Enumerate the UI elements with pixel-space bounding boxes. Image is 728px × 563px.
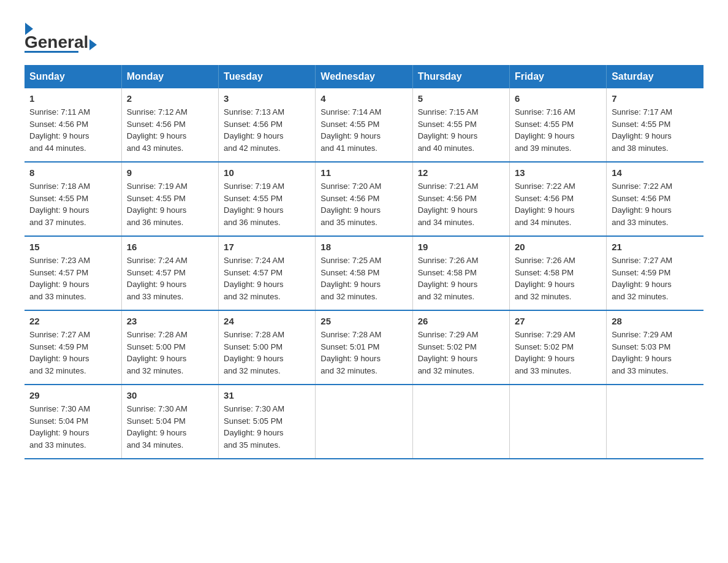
header-wednesday: Wednesday (316, 65, 412, 88)
day-info: Sunrise: 7:24 AMSunset: 4:57 PMDaylight:… (224, 255, 310, 302)
day-info: Sunrise: 7:28 AMSunset: 5:01 PMDaylight:… (320, 329, 407, 377)
day-info: Sunrise: 7:19 AMSunset: 4:55 PMDaylight:… (127, 180, 213, 228)
calendar-cell: 13 Sunrise: 7:22 AMSunset: 4:56 PMDaylig… (509, 162, 606, 236)
day-info: Sunrise: 7:22 AMSunset: 4:56 PMDaylight:… (515, 180, 601, 228)
calendar-cell: 31 Sunrise: 7:30 AMSunset: 5:05 PMDaylig… (219, 385, 316, 459)
day-number: 19 (418, 242, 504, 252)
day-number: 11 (320, 167, 407, 178)
calendar-cell: 5 Sunrise: 7:15 AMSunset: 4:55 PMDayligh… (412, 88, 509, 162)
calendar-cell: 12 Sunrise: 7:21 AMSunset: 4:56 PMDaylig… (412, 162, 509, 236)
day-number: 26 (418, 316, 504, 326)
header-thursday: Thursday (412, 65, 509, 88)
calendar-cell: 29 Sunrise: 7:30 AMSunset: 5:04 PMDaylig… (25, 385, 121, 459)
calendar-table: SundayMondayTuesdayWednesdayThursdayFrid… (25, 65, 703, 459)
calendar-cell: 25 Sunrise: 7:28 AMSunset: 5:01 PMDaylig… (316, 310, 412, 385)
day-info: Sunrise: 7:29 AMSunset: 5:02 PMDaylight:… (418, 329, 504, 377)
day-number: 31 (224, 390, 310, 400)
day-info: Sunrise: 7:30 AMSunset: 5:04 PMDaylight:… (127, 403, 213, 451)
day-info: Sunrise: 7:16 AMSunset: 4:55 PMDaylight:… (515, 106, 601, 154)
day-number: 6 (515, 93, 601, 104)
header-saturday: Saturday (607, 65, 703, 88)
calendar-cell: 21 Sunrise: 7:27 AMSunset: 4:59 PMDaylig… (607, 236, 703, 310)
calendar-cell: 24 Sunrise: 7:28 AMSunset: 5:00 PMDaylig… (219, 310, 316, 385)
day-info: Sunrise: 7:27 AMSunset: 4:59 PMDaylight:… (29, 329, 116, 377)
day-info: Sunrise: 7:13 AMSunset: 4:56 PMDaylight:… (224, 106, 310, 154)
calendar-cell: 7 Sunrise: 7:17 AMSunset: 4:55 PMDayligh… (607, 88, 703, 162)
calendar-cell: 17 Sunrise: 7:24 AMSunset: 4:57 PMDaylig… (219, 236, 316, 310)
day-number: 27 (515, 316, 601, 326)
day-info: Sunrise: 7:27 AMSunset: 4:59 PMDaylight:… (612, 255, 699, 302)
calendar-week-row: 22 Sunrise: 7:27 AMSunset: 4:59 PMDaylig… (25, 310, 703, 385)
calendar-cell: 15 Sunrise: 7:23 AMSunset: 4:57 PMDaylig… (25, 236, 121, 310)
calendar-cell: 28 Sunrise: 7:29 AMSunset: 5:03 PMDaylig… (607, 310, 703, 385)
day-info: Sunrise: 7:20 AMSunset: 4:56 PMDaylight:… (320, 180, 407, 228)
day-number: 13 (515, 167, 601, 178)
day-info: Sunrise: 7:28 AMSunset: 5:00 PMDaylight:… (127, 329, 213, 377)
calendar-cell: 16 Sunrise: 7:24 AMSunset: 4:57 PMDaylig… (121, 236, 218, 310)
day-info: Sunrise: 7:11 AMSunset: 4:56 PMDaylight:… (29, 106, 116, 154)
calendar-cell (509, 385, 606, 459)
day-info: Sunrise: 7:23 AMSunset: 4:57 PMDaylight:… (29, 255, 116, 302)
calendar-cell: 14 Sunrise: 7:22 AMSunset: 4:56 PMDaylig… (607, 162, 703, 236)
day-info: Sunrise: 7:29 AMSunset: 5:03 PMDaylight:… (612, 329, 699, 377)
day-number: 17 (224, 242, 310, 252)
day-info: Sunrise: 7:26 AMSunset: 4:58 PMDaylight:… (418, 255, 504, 302)
day-number: 15 (29, 242, 116, 252)
calendar-cell: 30 Sunrise: 7:30 AMSunset: 5:04 PMDaylig… (121, 385, 218, 459)
day-number: 10 (224, 167, 310, 178)
day-number: 29 (29, 390, 116, 400)
day-number: 16 (127, 242, 213, 252)
day-number: 5 (418, 93, 504, 104)
day-number: 23 (127, 316, 213, 326)
calendar-cell: 19 Sunrise: 7:26 AMSunset: 4:58 PMDaylig… (412, 236, 509, 310)
day-info: Sunrise: 7:21 AMSunset: 4:56 PMDaylight:… (418, 180, 504, 228)
day-info: Sunrise: 7:22 AMSunset: 4:56 PMDaylight:… (612, 180, 699, 228)
calendar-cell: 4 Sunrise: 7:14 AMSunset: 4:55 PMDayligh… (316, 88, 412, 162)
calendar-week-row: 15 Sunrise: 7:23 AMSunset: 4:57 PMDaylig… (25, 236, 703, 310)
calendar-cell: 26 Sunrise: 7:29 AMSunset: 5:02 PMDaylig… (412, 310, 509, 385)
calendar-cell: 2 Sunrise: 7:12 AMSunset: 4:56 PMDayligh… (121, 88, 218, 162)
calendar-week-row: 29 Sunrise: 7:30 AMSunset: 5:04 PMDaylig… (25, 385, 703, 459)
logo: General (25, 18, 97, 53)
day-info: Sunrise: 7:18 AMSunset: 4:55 PMDaylight:… (29, 180, 116, 228)
calendar-cell: 8 Sunrise: 7:18 AMSunset: 4:55 PMDayligh… (25, 162, 121, 236)
header: General (25, 18, 703, 53)
calendar-cell: 18 Sunrise: 7:25 AMSunset: 4:58 PMDaylig… (316, 236, 412, 310)
day-number: 28 (612, 316, 699, 326)
day-number: 25 (320, 316, 407, 326)
day-number: 22 (29, 316, 116, 326)
calendar-header-row: SundayMondayTuesdayWednesdayThursdayFrid… (25, 65, 703, 88)
day-info: Sunrise: 7:28 AMSunset: 5:00 PMDaylight:… (224, 329, 310, 377)
day-info: Sunrise: 7:25 AMSunset: 4:58 PMDaylight:… (320, 255, 407, 302)
day-number: 3 (224, 93, 310, 104)
calendar-week-row: 1 Sunrise: 7:11 AMSunset: 4:56 PMDayligh… (25, 88, 703, 162)
logo-general-word: General (25, 32, 88, 53)
day-info: Sunrise: 7:30 AMSunset: 5:04 PMDaylight:… (29, 403, 116, 451)
day-info: Sunrise: 7:17 AMSunset: 4:55 PMDaylight:… (612, 106, 699, 154)
day-number: 30 (127, 390, 213, 400)
day-number: 1 (29, 93, 116, 104)
header-tuesday: Tuesday (219, 65, 316, 88)
header-monday: Monday (121, 65, 218, 88)
calendar-cell: 22 Sunrise: 7:27 AMSunset: 4:59 PMDaylig… (25, 310, 121, 385)
day-number: 2 (127, 93, 213, 104)
day-number: 14 (612, 167, 699, 178)
calendar-week-row: 8 Sunrise: 7:18 AMSunset: 4:55 PMDayligh… (25, 162, 703, 236)
calendar-cell (607, 385, 703, 459)
day-number: 21 (612, 242, 699, 252)
day-info: Sunrise: 7:12 AMSunset: 4:56 PMDaylight:… (127, 106, 213, 154)
calendar-cell: 6 Sunrise: 7:16 AMSunset: 4:55 PMDayligh… (509, 88, 606, 162)
calendar-cell: 3 Sunrise: 7:13 AMSunset: 4:56 PMDayligh… (219, 88, 316, 162)
calendar-cell (412, 385, 509, 459)
day-info: Sunrise: 7:29 AMSunset: 5:02 PMDaylight:… (515, 329, 601, 377)
calendar-cell: 10 Sunrise: 7:19 AMSunset: 4:55 PMDaylig… (219, 162, 316, 236)
day-info: Sunrise: 7:14 AMSunset: 4:55 PMDaylight:… (320, 106, 407, 154)
day-number: 12 (418, 167, 504, 178)
day-number: 4 (320, 93, 407, 104)
day-info: Sunrise: 7:19 AMSunset: 4:55 PMDaylight:… (224, 180, 310, 228)
day-info: Sunrise: 7:30 AMSunset: 5:05 PMDaylight:… (224, 403, 310, 451)
header-sunday: Sunday (25, 65, 121, 88)
calendar-cell: 23 Sunrise: 7:28 AMSunset: 5:00 PMDaylig… (121, 310, 218, 385)
day-info: Sunrise: 7:24 AMSunset: 4:57 PMDaylight:… (127, 255, 213, 302)
calendar-cell: 27 Sunrise: 7:29 AMSunset: 5:02 PMDaylig… (509, 310, 606, 385)
